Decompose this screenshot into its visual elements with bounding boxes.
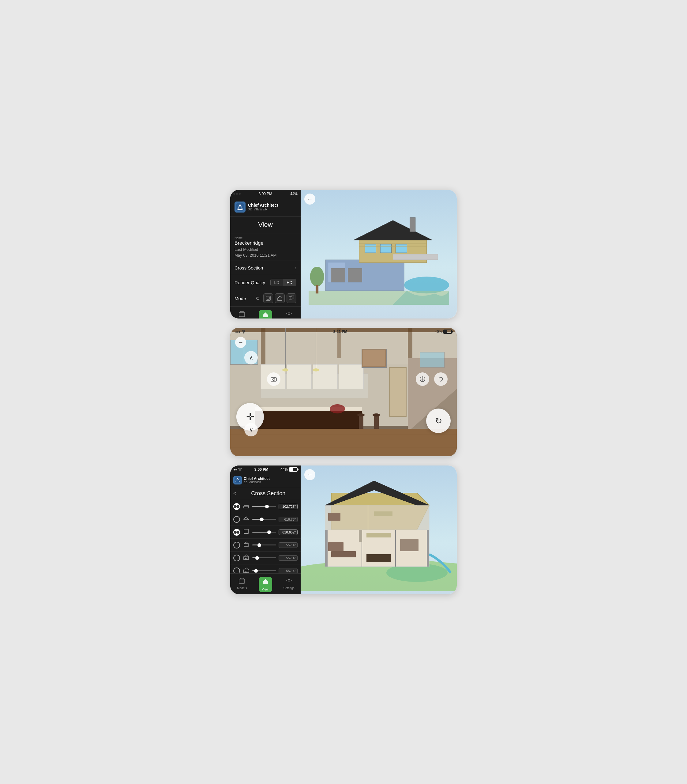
svg-rect-18: [396, 244, 407, 253]
svg-rect-71: [244, 529, 248, 534]
svg-rect-1: [238, 207, 242, 209]
card3-settings-icon: [285, 576, 293, 586]
card3-nav-view[interactable]: View: [254, 573, 278, 594]
render-ld-button[interactable]: LD: [271, 279, 283, 286]
cs-slider-track-4: [252, 545, 276, 545]
down-button[interactable]: ∨: [244, 423, 258, 436]
card1-back-button[interactable]: ←: [304, 194, 316, 204]
camera-icon-btn[interactable]: [267, 372, 280, 386]
card2-back-button[interactable]: →: [235, 337, 246, 348]
svg-point-8: [288, 313, 290, 315]
nav-view[interactable]: View: [254, 307, 278, 318]
render-quality-row: Render Quality LD HD: [230, 275, 301, 290]
right-btn-1[interactable]: [416, 372, 429, 386]
svg-rect-57: [363, 350, 385, 366]
cross-section-menu-item[interactable]: Cross Section ›: [230, 261, 301, 275]
card3-signal: ●●: [233, 468, 242, 471]
svg-point-40: [313, 369, 319, 372]
svg-rect-92: [328, 513, 340, 520]
svg-rect-35: [313, 364, 337, 389]
card3-bottom-nav: Models View: [230, 573, 301, 594]
cs-thumb-2: [260, 517, 264, 521]
svg-rect-44: [255, 407, 362, 411]
svg-rect-42: [390, 367, 406, 417]
card3-nav-models[interactable]: Models: [230, 573, 254, 594]
cs-slider-3[interactable]: [252, 532, 276, 532]
mode-icons: ↻: [256, 293, 296, 303]
render-hd-button[interactable]: HD: [283, 279, 296, 286]
modified-label: Last Modified: [235, 247, 296, 252]
cs-thumb-3: [267, 530, 271, 534]
nav-models[interactable]: Models: [230, 307, 254, 318]
cs-row-6[interactable]: 557.4": [230, 565, 301, 573]
card3-back-button[interactable]: <: [233, 490, 237, 497]
svg-rect-21: [359, 245, 426, 247]
card2-status-bar: ●●● 3:21 PM 40%: [230, 328, 457, 336]
card3-3d-back-button[interactable]: ←: [304, 469, 316, 480]
svg-rect-87: [367, 533, 391, 537]
cs-radio-2[interactable]: [233, 516, 240, 523]
svg-rect-90: [325, 505, 429, 530]
cs-slider-2[interactable]: [252, 519, 276, 520]
cs-radio-1[interactable]: [233, 503, 240, 510]
svg-rect-43: [255, 410, 362, 429]
joystick-right[interactable]: ↻: [426, 408, 451, 433]
svg-rect-15: [393, 254, 438, 260]
dot2: [236, 193, 238, 195]
svg-rect-5: [289, 297, 292, 300]
cross-section-rows: 102.728" 616.75": [230, 500, 301, 573]
interior-scene: [230, 328, 457, 456]
mode-btn-3[interactable]: [286, 293, 296, 303]
cs-slider-1[interactable]: [252, 506, 276, 507]
svg-rect-17: [380, 244, 391, 253]
app-logo: Chief Architect 3D VIEWER: [230, 198, 301, 216]
card2-device: ●●● 3:21 PM 40%: [230, 328, 457, 456]
svg-rect-6: [291, 296, 294, 299]
signal-dots: [233, 193, 241, 195]
card3-time: 3:00 PM: [255, 467, 268, 472]
nav-settings[interactable]: Settings: [277, 307, 301, 318]
svg-point-45: [330, 404, 345, 413]
cs-row-4[interactable]: 557.4": [230, 539, 301, 552]
card1-3d-view: ←: [301, 190, 457, 318]
card1-sidebar: 3:00 PM 44% Chief Architect 3D VIEWER: [230, 190, 301, 318]
card3-dots: ●●: [233, 468, 237, 471]
cs-thumb-4: [258, 543, 261, 547]
cs-slider-track-1: [252, 506, 276, 507]
card3-nav-settings[interactable]: Settings: [277, 573, 301, 594]
refresh-icon[interactable]: ↻: [256, 295, 260, 301]
cs-icon-3: [242, 528, 250, 536]
svg-rect-12: [331, 268, 345, 282]
cs-slider-5[interactable]: [252, 557, 276, 558]
svg-rect-3: [266, 296, 270, 300]
cs-row-1[interactable]: 102.728": [230, 500, 301, 513]
cs-row-3[interactable]: 610.652": [230, 526, 301, 539]
svg-rect-13: [348, 268, 362, 282]
cs-slider-4[interactable]: [252, 545, 276, 545]
cs-radio-3[interactable]: [233, 529, 240, 535]
cs-radio-5[interactable]: [233, 555, 240, 562]
svg-rect-16: [365, 244, 376, 253]
card2-dots: ●●●: [235, 330, 241, 333]
modified-value: May 03, 2016 11:21 AM: [235, 253, 296, 257]
right-btn-2[interactable]: [434, 372, 448, 386]
svg-rect-78: [239, 579, 245, 583]
mode-btn-2[interactable]: [275, 293, 285, 303]
up-button[interactable]: ∧: [244, 351, 258, 364]
mode-btn-1[interactable]: [263, 293, 273, 303]
name-label: Name: [235, 236, 296, 240]
card3-models-icon: [238, 576, 245, 586]
cs-row-5[interactable]: 557.4": [230, 552, 301, 565]
app-name: Chief Architect: [248, 203, 278, 208]
card3-battery: 44%: [280, 467, 288, 472]
card3-nav-settings-label: Settings: [283, 586, 294, 590]
svg-rect-19: [359, 240, 426, 241]
cs-row-2[interactable]: 616.75": [230, 513, 301, 526]
nav-view-bg: View: [259, 310, 272, 318]
cs-slider-track-2: [252, 519, 276, 520]
cs-radio-4[interactable]: [233, 542, 240, 548]
cs-slider-6[interactable]: [252, 570, 276, 571]
svg-rect-22: [409, 218, 415, 232]
cs-radio-6[interactable]: [233, 568, 240, 573]
cs-value-5: 557.4": [279, 555, 297, 561]
